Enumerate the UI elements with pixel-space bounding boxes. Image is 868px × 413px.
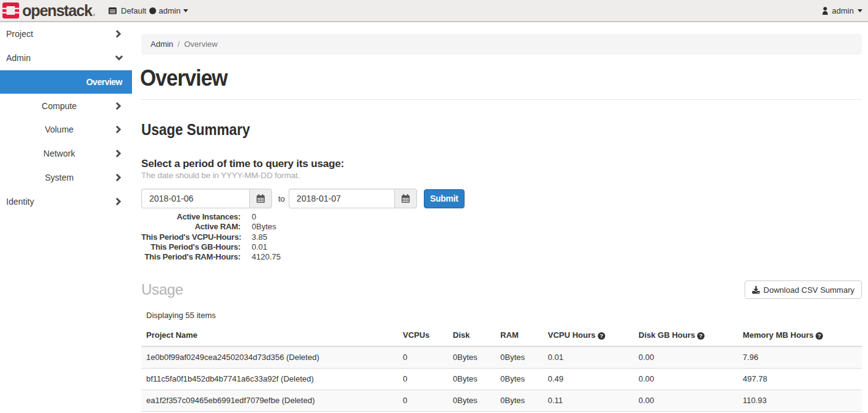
svg-text:?: ? bbox=[699, 332, 703, 339]
svg-text:?: ? bbox=[600, 332, 603, 339]
svg-text:?: ? bbox=[818, 332, 822, 339]
